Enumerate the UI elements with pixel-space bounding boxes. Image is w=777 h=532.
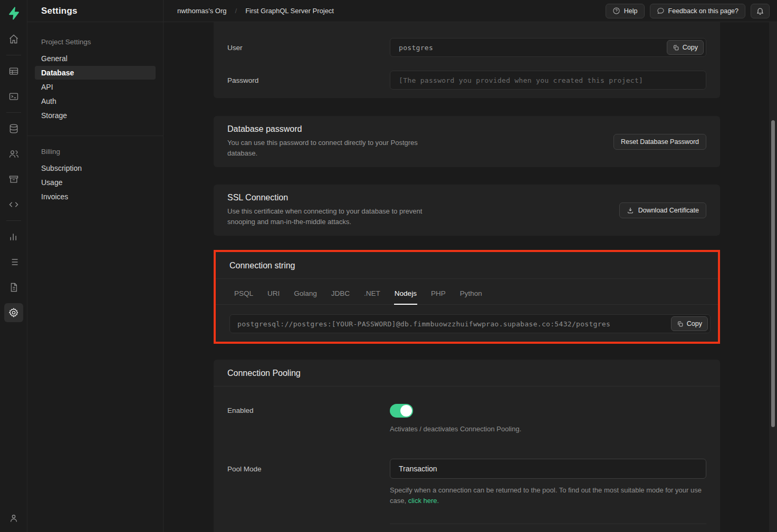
tab-uri[interactable]: URI — [267, 286, 280, 305]
sidebar-item-api[interactable]: API — [35, 80, 156, 94]
settings-icon[interactable] — [4, 303, 23, 322]
main-content: User postgres Copy Password — [164, 22, 777, 532]
sidebar-item-general[interactable]: General — [35, 52, 156, 65]
password-label: Password — [214, 76, 390, 84]
scrollbar-thumb[interactable] — [771, 120, 775, 427]
tab-php[interactable]: PHP — [430, 286, 446, 305]
pool-mode-value: Transaction — [399, 465, 437, 473]
sidebar-item-storage[interactable]: Storage — [35, 109, 156, 122]
password-field[interactable]: [The password you provided when you crea… — [390, 71, 706, 90]
connection-string-card: Connection string PSQL URI Golang JDBC .… — [216, 252, 718, 342]
database-password-card: Database password You can use this passw… — [214, 116, 720, 167]
ssl-title: SSL Connection — [227, 193, 449, 202]
card-divider — [214, 386, 720, 386]
connection-string-value: postgresql://postgres:[YOUR-PASSWORD]@db… — [237, 320, 610, 328]
connection-string-highlight: Connection string PSQL URI Golang JDBC .… — [214, 250, 720, 344]
sidebar-item-usage[interactable]: Usage — [35, 176, 156, 189]
help-label: Help — [624, 7, 638, 15]
nav-heading-billing: Billing — [35, 144, 156, 161]
user-value: postgres — [399, 44, 433, 52]
enabled-label: Enabled — [214, 404, 390, 434]
tab-psql[interactable]: PSQL — [234, 286, 254, 305]
chat-bubble-icon — [657, 7, 665, 15]
pool-mode-label: Pool Mode — [214, 459, 390, 524]
logs-icon[interactable] — [4, 253, 23, 272]
account-icon[interactable] — [4, 509, 23, 528]
breadcrumb: nwthomas's Org / First GraphQL Server Pr… — [177, 7, 334, 15]
nav-heading-project-settings: Project Settings — [35, 35, 156, 51]
pooling-enabled-toggle[interactable] — [390, 404, 413, 418]
tab-nodejs[interactable]: Nodejs — [394, 286, 417, 305]
sidebar-item-auth[interactable]: Auth — [35, 94, 156, 108]
sidebar-item-database[interactable]: Database — [35, 66, 156, 80]
copy-icon — [677, 321, 684, 327]
toggle-knob — [400, 405, 412, 417]
reports-icon[interactable] — [4, 227, 23, 246]
pool-mode-select[interactable]: Transaction — [390, 459, 706, 479]
docs-icon[interactable] — [4, 278, 23, 297]
top-bar: nwthomas's Org / First GraphQL Server Pr… — [164, 0, 777, 22]
breadcrumb-project[interactable]: First GraphQL Server Project — [245, 7, 334, 15]
ssl-description: Use this certificate when connecting to … — [227, 206, 449, 227]
bell-icon — [756, 7, 764, 15]
page-title: Settings — [41, 6, 78, 16]
connection-pooling-card: Connection Pooling Enabled Activates / d… — [214, 360, 720, 532]
settings-sidebar: Settings Project Settings General Databa… — [27, 0, 164, 532]
enabled-help-text: Activates / deactivates Connection Pooli… — [390, 424, 706, 434]
password-placeholder: [The password you provided when you crea… — [399, 76, 643, 84]
database-password-title: Database password — [227, 124, 438, 134]
edge-functions-icon[interactable] — [4, 195, 23, 214]
card-divider — [216, 278, 718, 279]
tab-jdbc[interactable]: JDBC — [331, 286, 350, 305]
storage-icon[interactable] — [4, 170, 23, 189]
scrollbar-track[interactable] — [769, 22, 777, 532]
help-button[interactable]: Help — [606, 4, 645, 18]
auth-users-icon[interactable] — [4, 144, 23, 163]
download-icon — [627, 207, 634, 214]
table-editor-icon[interactable] — [4, 62, 23, 81]
connection-string-field[interactable]: postgresql://postgres:[YOUR-PASSWORD]@db… — [229, 314, 711, 333]
copy-icon — [673, 44, 679, 51]
ssl-connection-card: SSL Connection Use this certificate when… — [214, 185, 720, 236]
tab-dotnet[interactable]: .NET — [363, 286, 381, 305]
connection-string-tabs: PSQL URI Golang JDBC .NET Nodejs PHP Pyt… — [216, 286, 718, 305]
home-icon[interactable] — [4, 30, 23, 49]
reset-database-password-button[interactable]: Reset Database Password — [613, 134, 706, 150]
icon-rail — [0, 0, 27, 532]
sql-editor-icon[interactable] — [4, 87, 23, 106]
tab-golang[interactable]: Golang — [293, 286, 318, 305]
rail-divider — [6, 220, 21, 221]
pool-mode-help-link[interactable]: click here. — [408, 497, 439, 505]
copy-label: Copy — [687, 320, 702, 327]
credentials-card: User postgres Copy Password — [214, 22, 720, 98]
copy-connection-string-button[interactable]: Copy — [671, 316, 708, 331]
tab-python[interactable]: Python — [459, 286, 483, 305]
sidebar-item-subscription[interactable]: Subscription — [35, 161, 156, 175]
database-password-description: You can use this password to connect dir… — [227, 138, 438, 159]
feedback-label: Feedback on this page? — [668, 7, 738, 15]
rail-divider — [6, 112, 21, 113]
user-field[interactable]: postgres Copy — [390, 38, 706, 57]
download-certificate-label: Download Certificate — [638, 207, 699, 214]
card-divider — [390, 524, 706, 524]
copy-user-button[interactable]: Copy — [667, 40, 704, 55]
pool-mode-help-text: Specify when a connection can be returne… — [390, 485, 706, 506]
breadcrumb-org[interactable]: nwthomas's Org — [177, 7, 227, 15]
database-icon[interactable] — [4, 119, 23, 138]
feedback-button[interactable]: Feedback on this page? — [650, 4, 745, 18]
help-icon — [612, 7, 620, 15]
sidebar-header: Settings — [27, 0, 163, 22]
sidebar-separator — [27, 136, 163, 136]
breadcrumb-separator: / — [235, 7, 237, 15]
user-label: User — [214, 44, 390, 52]
download-certificate-button[interactable]: Download Certificate — [619, 202, 706, 218]
connection-pooling-title: Connection Pooling — [227, 369, 706, 378]
sidebar-item-invoices[interactable]: Invoices — [35, 190, 156, 204]
supabase-logo[interactable] — [0, 0, 27, 26]
rail-divider — [6, 55, 21, 55]
copy-label: Copy — [683, 44, 698, 51]
connection-string-title: Connection string — [229, 261, 704, 270]
notifications-button[interactable] — [751, 4, 770, 18]
